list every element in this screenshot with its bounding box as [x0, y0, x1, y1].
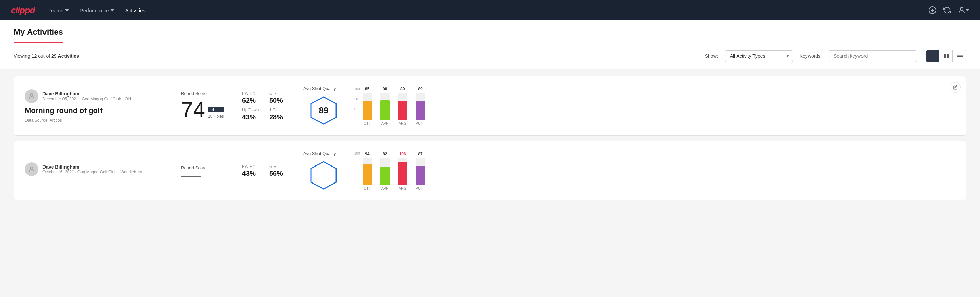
svg-point-3: [960, 8, 963, 10]
activity-type-select-wrapper[interactable]: All Activity Types: [725, 50, 793, 62]
bar-app-2: 82 APP: [380, 152, 390, 190]
refresh-icon[interactable]: [943, 6, 951, 14]
chart-section-1: 100 50 0 85 OTT 90: [351, 87, 955, 125]
grid-view-toggle[interactable]: [940, 50, 953, 62]
bar-app-bg-1: [380, 93, 390, 120]
round-score-label-2: Round Score: [181, 165, 229, 170]
bar-arg-bg-1: [398, 93, 407, 120]
header-right: [928, 6, 969, 14]
svg-point-15: [30, 93, 33, 96]
bar-ott-1: 85 OTT: [363, 87, 372, 125]
svg-rect-7: [943, 54, 946, 56]
updown-value-1: 43%: [242, 113, 262, 121]
score-placeholder-2: [181, 176, 201, 177]
hexagon-svg-2: [308, 160, 339, 191]
score-number-1: 74: [181, 99, 205, 121]
shot-quality-1: Avg Shot Quality 89: [296, 86, 351, 126]
bar-ott-label-1: OTT: [364, 121, 371, 125]
bar-putt-1: 89 PUTT: [416, 87, 425, 125]
fw-hit-value-1: 62%: [242, 96, 262, 104]
oneputt-value-1: 28%: [269, 113, 290, 121]
round-score-2: Round Score: [174, 165, 235, 177]
activities-list: Dave Billingham December 05, 2021 · Gog …: [0, 69, 980, 207]
list-view-toggle[interactable]: [926, 50, 939, 62]
add-icon[interactable]: [928, 6, 937, 14]
compact-view-toggle[interactable]: [953, 50, 966, 62]
bar-arg-fill-2: [398, 162, 407, 185]
search-input[interactable]: [829, 50, 917, 62]
score-main-1: 74 +4 18 Holes: [181, 99, 229, 121]
stats-section-1: FW Hit 62% GIR 50% Up/Down 43% 1 Putt 28…: [235, 91, 296, 121]
svg-rect-9: [943, 56, 946, 59]
user-name-2: Dave Billingham: [43, 164, 142, 169]
score-badge-holes-1: +4 18 Holes: [208, 107, 224, 121]
svg-point-17: [30, 166, 33, 169]
bar-ott-fill-2: [363, 164, 372, 185]
svg-rect-5: [930, 56, 935, 56]
bar-ott-value-2: 94: [365, 152, 369, 156]
bar-ott-2: 94 OTT: [363, 152, 372, 190]
user-icon-2: [28, 166, 35, 173]
viewing-count-text: Viewing 12 out of 29 Activities: [14, 53, 698, 59]
oneputt-stat-1: 1 Putt 28%: [269, 108, 290, 121]
bar-app-1: 90 APP: [380, 87, 390, 125]
hexagon-2: [308, 160, 339, 191]
chart-y-axis-2: 100: [354, 152, 361, 182]
header: clippd Teams Performance Activities: [0, 0, 980, 21]
bar-putt-bg-1: [416, 93, 425, 120]
bar-arg-2: 106 ARG: [398, 152, 407, 190]
bar-app-fill-1: [380, 100, 390, 120]
grid-icon: [943, 54, 949, 59]
gir-label-1: GIR: [269, 91, 290, 96]
bar-app-value-1: 90: [383, 87, 387, 91]
edit-button-1[interactable]: [950, 82, 961, 93]
nav-activities[interactable]: Activities: [125, 2, 145, 19]
chart-section-2: 100 94 OTT 82 APP: [351, 152, 955, 190]
header-left: clippd Teams Performance Activities: [11, 2, 145, 19]
score-badge-1: +4: [208, 107, 224, 112]
gir-value-1: 50%: [269, 96, 290, 104]
bar-arg-bg-2: [398, 158, 407, 185]
logo: clippd: [11, 5, 35, 16]
activity-source-1: Data Source: Arccos: [25, 118, 174, 123]
user-section-1: Dave Billingham December 05, 2021 · Gog …: [25, 89, 174, 103]
fw-hit-value-2: 43%: [242, 169, 262, 177]
list-icon: [930, 54, 935, 59]
bar-putt-value-2: 87: [418, 152, 422, 156]
shot-quality-label-2: Avg Shot Quality: [303, 151, 336, 156]
svg-rect-6: [930, 58, 935, 59]
activity-info-2: Dave Billingham October 16, 2021 · Gog M…: [25, 163, 174, 179]
bar-putt-bg-2: [416, 158, 425, 185]
user-avatar[interactable]: [958, 6, 969, 14]
fw-hit-label-1: FW Hit: [242, 91, 262, 96]
activity-card-1: Dave Billingham December 05, 2021 · Gog …: [14, 76, 966, 136]
user-section-2: Dave Billingham October 16, 2021 · Gog M…: [25, 163, 174, 176]
bar-app-fill-2: [380, 167, 390, 185]
svg-rect-11: [957, 54, 963, 54]
nav-performance[interactable]: Performance: [80, 2, 115, 19]
bar-ott-label-2: OTT: [364, 186, 371, 190]
page-title: My Activities: [14, 21, 63, 43]
holes-text-1: 18 Holes: [208, 114, 224, 118]
round-score-1: Round Score 74 +4 18 Holes: [174, 91, 235, 121]
activity-type-select[interactable]: All Activity Types: [725, 50, 793, 62]
bar-arg-fill-1: [398, 101, 407, 120]
hexagon-1: 89: [308, 95, 339, 126]
stats-section-2: FW Hit 43% GIR 56%: [235, 164, 296, 177]
bar-app-label-1: APP: [381, 121, 389, 125]
user-icon: [28, 93, 35, 100]
user-name-1: Dave Billingham: [43, 91, 131, 96]
user-info-2: Dave Billingham October 16, 2021 · Gog M…: [43, 164, 142, 174]
bar-app-value-2: 82: [383, 152, 387, 156]
show-label: Show:: [705, 53, 718, 59]
bar-putt-label-2: PUTT: [416, 186, 425, 190]
activity-info-1: Dave Billingham December 05, 2021 · Gog …: [25, 89, 174, 123]
compact-icon: [957, 54, 963, 59]
nav-teams[interactable]: Teams: [49, 2, 69, 19]
gir-value-2: 56%: [269, 169, 290, 177]
bar-app-bg-2: [380, 158, 390, 185]
svg-rect-14: [957, 58, 963, 59]
page-title-bar: My Activities: [0, 21, 980, 43]
shot-quality-label-1: Avg Shot Quality: [303, 86, 336, 91]
chevron-down-icon: [110, 8, 115, 12]
